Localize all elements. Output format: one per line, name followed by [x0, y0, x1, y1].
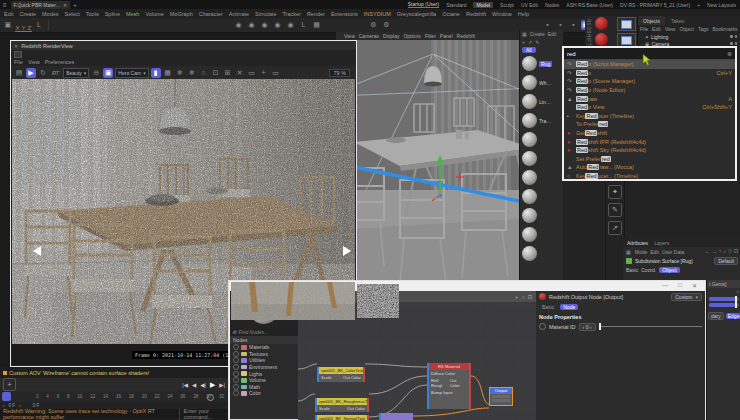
attr-subtab-object[interactable]: Object: [659, 267, 679, 273]
menu-help[interactable]: Help: [518, 11, 529, 17]
expand-circle-icon[interactable]: [233, 371, 239, 377]
commander-result[interactable]: Set Preferred: [564, 155, 735, 164]
commander-result[interactable]: ●Get Redshift: [564, 129, 735, 138]
sphere-icon[interactable]: ◉: [285, 20, 295, 30]
commander-result[interactable]: To Preferred: [564, 120, 735, 129]
snapshot-a-icon[interactable]: ❄: [175, 68, 185, 78]
attr-menu-edit[interactable]: Edit: [650, 249, 659, 255]
menu-tracker[interactable]: Tracker: [282, 11, 300, 17]
expand-circle-icon[interactable]: [233, 384, 239, 390]
vis-dot[interactable]: [735, 35, 738, 38]
axis-x-button[interactable]: X: [15, 25, 21, 32]
find-nodes-field[interactable]: ⚙ Find Nodes...: [230, 327, 298, 336]
material-item[interactable]: [520, 225, 563, 244]
material-sphere[interactable]: [522, 189, 537, 204]
commander-result[interactable]: ▲Auto Redraw... (Mocca): [564, 163, 735, 172]
material-item[interactable]: [520, 168, 563, 187]
layout-tab-nodes[interactable]: Nodes: [545, 2, 559, 8]
visibility-toggles[interactable]: [730, 35, 737, 38]
square-icon[interactable]: ▪: [568, 20, 578, 30]
gems-slider-1[interactable]: [709, 297, 739, 301]
gems-slider-2[interactable]: [709, 303, 739, 307]
redshift-render-icon[interactable]: [595, 17, 608, 30]
material-id-slider[interactable]: [599, 326, 703, 327]
redshift-render-icon-2[interactable]: [595, 33, 608, 46]
material-item[interactable]: [520, 130, 563, 149]
menu-extensions[interactable]: Extensions: [331, 11, 358, 17]
back-icon[interactable]: ←: [705, 248, 710, 255]
region-circle-icon[interactable]: ○: [199, 68, 209, 78]
gallery-icon[interactable]: ▭: [271, 68, 281, 78]
rt-label[interactable]: RT: [52, 70, 59, 76]
timeline-ruler[interactable]: 2468101214161820222426283032: [0, 391, 228, 402]
command-prompt[interactable]: Enter your command...: [179, 408, 229, 420]
up-icon[interactable]: ↑: [719, 248, 722, 255]
timeline-playhead[interactable]: [2, 392, 11, 401]
renderview-menu-file[interactable]: File: [14, 59, 23, 65]
layout-tab-startup-user[interactable]: Startup (User): [408, 1, 439, 8]
add-snapshot-icon[interactable]: +: [259, 68, 269, 78]
menu-volume[interactable]: Volume: [145, 11, 163, 17]
objects-menu-edit[interactable]: Edit: [652, 26, 661, 32]
renderview-menu-view[interactable]: View: [28, 59, 40, 65]
renderview-close-icon[interactable]: ✕: [14, 43, 18, 49]
redshift-settings-icon[interactable]: [617, 33, 636, 47]
pass-dropdown[interactable]: Beauty▾: [63, 68, 89, 78]
menu-character[interactable]: Character: [199, 11, 223, 17]
grid-icon[interactable]: ▦: [311, 20, 321, 30]
materials-menu-create[interactable]: Create: [530, 31, 545, 37]
aov-minus-icon[interactable]: ⊖: [91, 68, 101, 78]
pin-icon[interactable]: ◐: [516, 294, 519, 300]
goto-start-icon[interactable]: |◀: [182, 382, 188, 388]
sphere-icon[interactable]: ◉: [259, 20, 269, 30]
l-square-icon[interactable]: L: [298, 20, 308, 30]
attr-menu-user-data[interactable]: User Data: [662, 249, 685, 255]
materials-menu-edit[interactable]: Edit: [548, 31, 557, 37]
lock-resolution-icon[interactable]: ▮: [151, 68, 161, 78]
user-icon[interactable]: ○: [522, 294, 525, 300]
material-item[interactable]: Tra…: [520, 111, 563, 130]
axis-z-button[interactable]: Z: [27, 25, 33, 32]
box-tool-icon[interactable]: ▣: [4, 20, 12, 30]
vis-dot[interactable]: [735, 42, 738, 45]
light-icon[interactable]: ✦: [608, 185, 622, 199]
attributes-tab-layers[interactable]: Layers: [654, 240, 669, 246]
snapshot-slot-icon[interactable]: [14, 51, 22, 58]
gear-icon[interactable]: ⚙: [381, 20, 391, 30]
attributes-tab-attributes[interactable]: Attributes: [627, 240, 648, 246]
partial-node[interactable]: [379, 413, 413, 420]
lock-icon[interactable]: ⊡: [734, 248, 738, 255]
import-material-icon[interactable]: ↗: [528, 39, 532, 45]
node-category-lights[interactable]: Lights: [230, 370, 298, 377]
material-item[interactable]: [520, 187, 563, 206]
viewport-menu-panel[interactable]: Panel: [440, 33, 453, 39]
menu-tools[interactable]: Tools: [86, 11, 99, 17]
menu-window[interactable]: Window: [492, 11, 512, 17]
commander-result[interactable]: ●Redshift Sky (Redshift4c4d): [564, 146, 735, 155]
grid-overlay-icon[interactable]: ▦: [163, 68, 173, 78]
commander-result[interactable]: ↷RedoCtrl+Y: [564, 69, 735, 78]
material-item[interactable]: [520, 149, 563, 168]
texture-node-roughness[interactable]: rpet001_BK_RoughnessText ScaleOut Color: [315, 398, 369, 412]
layout-icon[interactable]: ⊡: [528, 294, 532, 300]
objects-tab-takes[interactable]: Takes: [666, 16, 689, 25]
renderview-titlebar[interactable]: ✕ Redshift RenderView: [11, 41, 356, 50]
objects-menu-view[interactable]: View: [665, 26, 676, 32]
vis-dot[interactable]: [730, 42, 733, 45]
viewport-menu-cameras[interactable]: Cameras: [359, 33, 379, 39]
layout-tab-standard[interactable]: Standard: [446, 2, 466, 8]
clear-region-icon[interactable]: ✕: [235, 68, 245, 78]
renderview-menu-preferences[interactable]: Preferences: [45, 59, 75, 65]
layout-tab-[interactable]: +: [697, 2, 700, 8]
document-tab[interactable]: F.Quick PBR Mater... ✕: [11, 1, 71, 9]
object-row-lighting[interactable]: ·✦Lighting: [638, 33, 740, 40]
menu-select[interactable]: Select: [65, 11, 80, 17]
node-category-utilities[interactable]: Utilities: [230, 357, 298, 364]
close-icon[interactable]: ✕: [692, 282, 697, 289]
viewport-menu-redshift[interactable]: Redshift: [457, 33, 475, 39]
commander-result[interactable]: Redo ViewCtrl+Shift+Y: [564, 103, 735, 112]
camera-dropdown[interactable]: Hero Cam▾: [115, 68, 148, 78]
objects-tab-objects[interactable]: Objects: [638, 16, 665, 25]
prev-frame-icon[interactable]: ◀|: [200, 382, 206, 388]
material-item[interactable]: [520, 244, 563, 263]
